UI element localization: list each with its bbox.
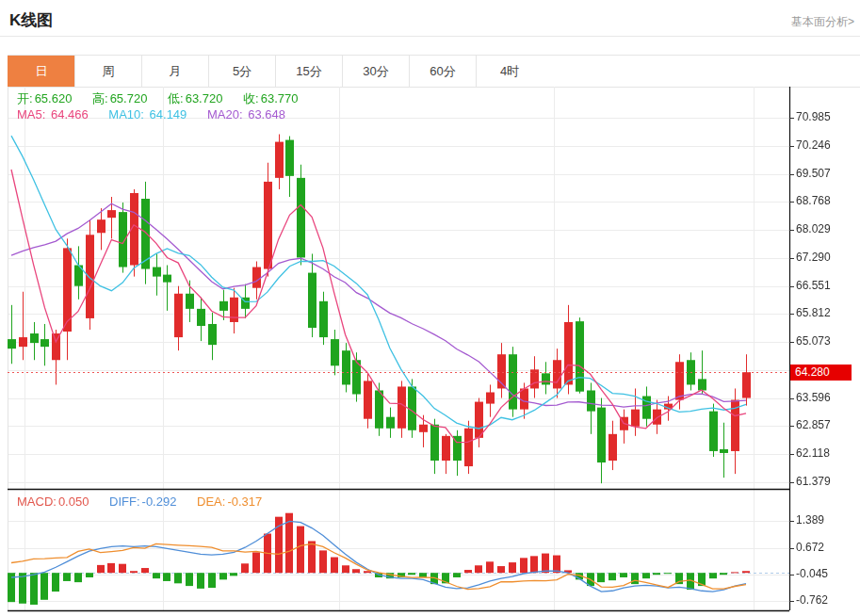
- open-value: 开:65.620: [17, 91, 72, 105]
- main-axis-tick-label: 63.596: [796, 391, 831, 404]
- kline-widget: K线图 基本面分析> 日 周 月 5分 15分 30分 60分 4时 开:65.…: [0, 0, 860, 616]
- current-price-badge: 64.280: [790, 365, 852, 381]
- ma20-value: MA20: 63.648: [207, 107, 285, 122]
- close-value: 收:63.770: [243, 91, 298, 105]
- high-value: 高:65.720: [92, 91, 147, 105]
- macd-value: MACD:0.050: [17, 494, 89, 509]
- macd-axis-tick-label: -0.762: [796, 593, 828, 607]
- dea-value: DEA:-0.317: [197, 494, 262, 509]
- main-axis-tick-label: 62.118: [796, 446, 830, 460]
- ohlc-legend: 开:65.620 高:65.720 低:63.720 收:63.770: [17, 90, 315, 107]
- macd-axis-tick-label: 0.672: [796, 541, 824, 554]
- diff-value: DIFF:-0.292: [109, 494, 176, 509]
- main-axis-tick-label: 62.857: [796, 418, 831, 431]
- macd-axis-tick-label: 1.389: [796, 513, 824, 527]
- main-axis-tick-label: 68.029: [796, 222, 831, 235]
- macd-axis-tick-label: -0.045: [796, 567, 828, 580]
- main-axis-tick-label: 70.246: [796, 138, 831, 152]
- main-axis-tick-label: 67.290: [796, 251, 831, 264]
- main-axis-tick-label: 70.985: [796, 110, 831, 123]
- main-axis-tick-label: 61.379: [796, 475, 831, 488]
- main-axis-tick-label: 65.812: [796, 306, 831, 319]
- ma5-value: MA5: 64.466: [17, 107, 89, 122]
- main-axis-tick-label: 66.551: [796, 279, 831, 292]
- main-axis-tick-label: 65.073: [796, 334, 831, 348]
- main-axis-tick-label: 68.768: [796, 194, 831, 207]
- main-axis-tick-label: 69.507: [796, 167, 831, 180]
- ma10-value: MA10: 64.149: [108, 107, 187, 122]
- low-value: 低:63.720: [168, 91, 222, 105]
- macd-legend: MACD:0.050 DIFF:-0.292 DEA:-0.317: [17, 494, 279, 509]
- ma-legend: MA5: 64.466 MA10: 64.149 MA20: 63.648: [17, 107, 302, 122]
